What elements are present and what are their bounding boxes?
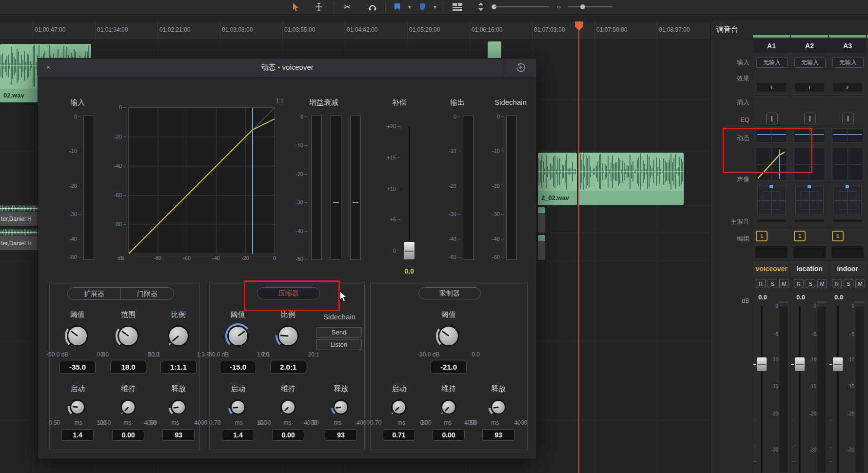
expander-knob-范围-value[interactable]: 18.0 (110, 361, 146, 374)
mixer-row-label-eq: EQ (740, 116, 750, 123)
marker-icon[interactable] (416, 1, 428, 12)
channel-fader-track[interactable] (799, 306, 801, 473)
zoom-slider-handle[interactable] (580, 4, 585, 9)
channel-meter-peak (817, 301, 827, 303)
limiter-knob-释放-knob[interactable] (489, 397, 508, 417)
compressor-knob-启动-value[interactable]: 1.4 (222, 429, 254, 441)
ruler-timecode: 01:05:29:00 (409, 26, 440, 33)
channel-level-meter (779, 306, 789, 473)
ruler-tick (470, 21, 470, 39)
trim-tool-icon[interactable] (313, 1, 325, 12)
ruler-timecode: 01:07:50:00 (596, 26, 627, 33)
audio-clip-daniel-1[interactable]: ter,Daniel H (0, 205, 38, 226)
graph-y-tick: -80 (114, 221, 126, 227)
timeline-view-options-icon[interactable] (452, 1, 463, 12)
expander-knob-阈值-value[interactable]: -35.0 (59, 361, 96, 374)
expander-knob-释放-knob[interactable] (169, 397, 188, 417)
limiter-knob-释放-value[interactable]: 93 (482, 429, 514, 441)
fader-scale-label: -5 (812, 332, 816, 337)
razor-tool-icon[interactable]: ✂ (341, 1, 353, 12)
compression-graph[interactable] (128, 107, 275, 254)
compressor-knob-阈值-knob[interactable] (225, 323, 251, 349)
expander-knob-维持-knob[interactable] (118, 397, 138, 417)
graph-y-tick: -40 (114, 163, 126, 169)
playhead-line[interactable] (578, 21, 579, 473)
track-height-slider[interactable] (494, 6, 549, 7)
expander-knob-阈值-knob[interactable] (65, 323, 90, 349)
mixer-row-label-effects: 效果 (737, 74, 750, 83)
limiter-knob-阈值-value[interactable]: -21.0 (431, 361, 467, 374)
track-height-icon[interactable] (475, 1, 487, 12)
expander-knob-启动-knob[interactable] (68, 397, 87, 417)
dialog-titlebar[interactable]: × 动态 - voiceover (38, 59, 536, 78)
channel-fader-handle[interactable] (832, 357, 843, 372)
ruler-tick (158, 21, 158, 39)
expander-knob-维持-value[interactable]: 0.00 (112, 429, 144, 441)
channel-name[interactable]: indoor (829, 261, 866, 276)
sidechain-meter (506, 116, 517, 260)
mixer-row-label-insert: 插入 (737, 98, 750, 107)
flag-dropdown-icon[interactable]: ▼ (404, 1, 415, 12)
channel-fader-track[interactable] (761, 306, 763, 473)
knob-min-label: 0.70 (370, 419, 381, 426)
fader-tick (792, 448, 794, 448)
channel-header[interactable]: A1 (753, 39, 790, 53)
limiter-knob-启动-knob[interactable] (389, 397, 409, 417)
limiter-knob-启动-value[interactable]: 0.71 (383, 429, 415, 441)
compressor-knob-释放-value[interactable]: 93 (325, 429, 357, 441)
tab-gate[interactable]: 门限器 (120, 288, 174, 299)
makeup-slider-handle[interactable] (403, 241, 415, 260)
clip-label: ter,Daniel H (1, 216, 32, 222)
expander-knob-比例-value[interactable]: 1:1.1 (160, 361, 197, 374)
pointer-tool-icon[interactable] (290, 1, 301, 12)
channel-color-strip (791, 35, 828, 38)
marker-dropdown-icon[interactable]: ▼ (429, 1, 441, 12)
audio-clip-small-1[interactable] (538, 207, 545, 233)
channel-header[interactable]: A2 (791, 39, 828, 53)
compressor-knob-释放-knob[interactable] (331, 397, 351, 417)
limiter-knob-维持-value[interactable]: 0.00 (433, 429, 465, 441)
reset-button[interactable] (504, 59, 536, 77)
compressor-knob-阈值-value[interactable]: -15.0 (220, 361, 256, 374)
audio-clip-2-02wav-right[interactable] (578, 153, 684, 205)
expander-knob-释放-value[interactable]: 93 (162, 429, 195, 441)
fader-scale-label: -10 (809, 357, 816, 362)
tab-expander[interactable]: 扩展器 (68, 288, 120, 299)
compressor-knob-比例-value[interactable]: 2.0:1 (270, 361, 306, 374)
compressor-knob-维持-value[interactable]: 0.00 (272, 429, 304, 441)
channel-name[interactable]: voiceover (753, 261, 790, 276)
compressor-knob-比例-knob[interactable] (276, 323, 301, 349)
snap-magnet-icon[interactable] (367, 1, 378, 12)
channel-fader-handle[interactable] (794, 357, 805, 372)
expander-knob-范围-knob[interactable] (116, 323, 141, 349)
mixer-row-label-pan: 声像 (737, 175, 750, 184)
channel-group-cell (791, 243, 828, 260)
limiter-toggle[interactable]: 限制器 (418, 287, 481, 299)
channel-effects-cell (829, 69, 866, 96)
gain-reduction-label: 增益衰减 (309, 98, 338, 107)
gain-reduction-scale-label: -10 (296, 142, 307, 148)
limiter-knob-阈值-knob[interactable] (436, 323, 461, 349)
timeline-ruler[interactable]: 0001:00:47:0001:01:34:0001:02:21:0001:03… (0, 21, 710, 40)
compressor-knob-比例-label: 比例 (252, 310, 325, 319)
flag-icon[interactable] (391, 1, 403, 12)
audio-clip-small-2[interactable] (538, 235, 545, 260)
makeup-slider-track[interactable] (409, 126, 410, 260)
channel-name[interactable]: location (791, 261, 828, 276)
audio-clip-daniel-2[interactable]: ter,Daniel H (0, 229, 38, 250)
channel-rsm-cell (791, 276, 828, 291)
compressor-knob-维持-knob[interactable] (278, 397, 298, 417)
ruler-timecode: 01:03:08:00 (222, 26, 253, 33)
channel-fader-track[interactable] (837, 306, 839, 473)
zoom-slider[interactable] (568, 6, 612, 7)
audio-clip-2-02wav-left[interactable]: 2_02.wav (538, 153, 577, 205)
limiter-knob-维持-knob[interactable] (439, 397, 458, 417)
fader-scale-label: -30 (848, 447, 854, 453)
expander-knob-启动-value[interactable]: 1.4 (61, 429, 94, 441)
channel-rsm-cell (753, 276, 790, 291)
timeline-gridline (657, 39, 657, 473)
channel-fader-handle[interactable] (756, 357, 767, 372)
expander-knob-比例-knob[interactable] (166, 323, 191, 349)
compressor-knob-启动-knob[interactable] (228, 397, 248, 417)
channel-header[interactable]: A3 (829, 39, 866, 53)
